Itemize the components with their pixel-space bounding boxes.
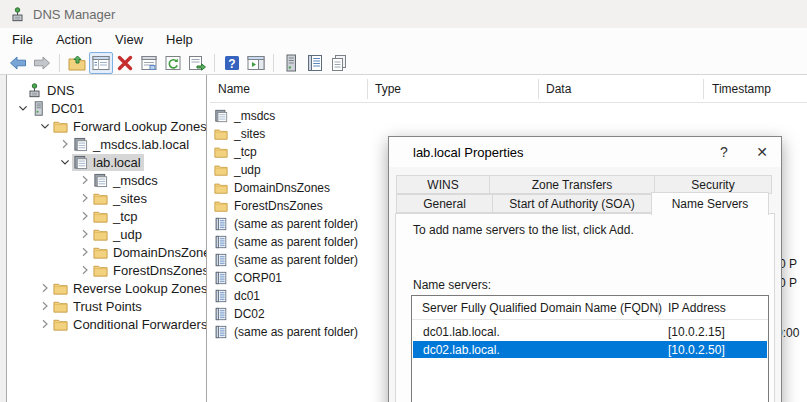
menu-file[interactable]: File — [12, 30, 33, 49]
title-bar: DNS Manager — [0, 0, 807, 28]
chevron-collapsed-icon[interactable] — [78, 191, 92, 205]
refresh-button[interactable] — [161, 52, 185, 74]
tree-item-sites[interactable]: _sites — [8, 189, 206, 207]
tab-zone-transfers[interactable]: Zone Transfers — [489, 175, 655, 194]
dialog-help-button[interactable]: ? — [713, 142, 735, 162]
export-list-button[interactable] — [185, 52, 209, 74]
properties-window-icon — [139, 53, 159, 73]
chevron-expanded-icon[interactable] — [58, 155, 72, 169]
column-header-timestamp[interactable]: Timestamp — [712, 82, 771, 96]
console-tree-pane: DNS DC01 Forward Lookup Zones _msdcs.lab… — [8, 75, 206, 402]
chevron-placeholder — [12, 83, 26, 97]
record-icon — [214, 307, 228, 321]
console-tree-toggle-button[interactable] — [89, 52, 113, 74]
properties-button[interactable] — [137, 52, 161, 74]
menu-action[interactable]: Action — [56, 30, 92, 49]
ns-column-fqdn[interactable]: Server Fully Qualified Domain Name (FQDN… — [422, 301, 662, 315]
back-button[interactable] — [6, 52, 30, 74]
back-arrow-icon — [8, 53, 28, 73]
folder-icon — [93, 245, 108, 260]
action-pane-toggle-button[interactable] — [244, 52, 268, 74]
delete-x-icon — [115, 53, 135, 73]
tree-item-trust-points[interactable]: Trust Points — [8, 297, 206, 315]
column-separator[interactable] — [703, 79, 704, 99]
list-header: Name Type Data Timestamp — [210, 75, 807, 103]
tree-item-udp[interactable]: _udp — [8, 225, 206, 243]
tree-item-dc01[interactable]: DC01 — [8, 99, 206, 117]
forward-arrow-icon — [32, 53, 52, 73]
column-header-data[interactable]: Data — [546, 82, 571, 96]
chevron-collapsed-icon[interactable] — [78, 173, 92, 187]
tree-item-msdcs[interactable]: _msdcs — [8, 171, 206, 189]
dialog-close-button[interactable]: ✕ — [751, 142, 773, 162]
zone-icon — [73, 155, 88, 170]
chevron-collapsed-icon[interactable] — [78, 227, 92, 241]
dns-manager-window: DNS Manager File Action View Help DNS — [0, 0, 807, 402]
window-left-edge — [0, 75, 7, 402]
column-header-name[interactable]: Name — [218, 82, 250, 96]
column-header-type[interactable]: Type — [375, 82, 401, 96]
tree-item-lab-local[interactable]: lab.local — [8, 153, 206, 171]
name-servers-label: Name servers: — [413, 278, 491, 292]
dns-manager-icon — [10, 7, 25, 22]
chevron-collapsed-icon[interactable] — [78, 209, 92, 223]
server-toolbar-button[interactable] — [279, 52, 303, 74]
folder-icon — [93, 209, 108, 224]
tree-item-dns[interactable]: DNS — [8, 81, 206, 99]
record-icon — [214, 325, 228, 339]
tab-name-servers[interactable]: Name Servers — [651, 192, 769, 215]
record-icon — [214, 217, 228, 231]
name-server-row[interactable]: dc01.lab.local. [10.0.2.15] — [413, 323, 767, 340]
chevron-collapsed-icon[interactable] — [38, 317, 52, 331]
delete-button[interactable] — [113, 52, 137, 74]
chevron-collapsed-icon[interactable] — [78, 263, 92, 277]
tree-item-msdcs-lab-local[interactable]: _msdcs.lab.local — [8, 135, 206, 153]
tree-item-forestdnszones[interactable]: ForestDnsZones — [8, 261, 206, 279]
help-icon — [222, 53, 242, 73]
zone-icon — [73, 137, 88, 152]
zone-icon — [214, 109, 228, 123]
tab-start-of-authority[interactable]: Start of Authority (SOA) — [492, 194, 652, 213]
folder-icon — [53, 299, 68, 314]
tree-item-domaindnszones[interactable]: DomainDnsZones — [8, 243, 206, 261]
name-server-row-selected[interactable]: dc02.lab.local. [10.0.2.50] — [413, 341, 767, 358]
menu-help[interactable]: Help — [166, 30, 193, 49]
chevron-expanded-icon[interactable] — [16, 101, 30, 115]
help-button[interactable] — [220, 52, 244, 74]
column-separator[interactable] — [538, 79, 539, 99]
forward-button[interactable] — [30, 52, 54, 74]
server-icon — [281, 53, 301, 73]
dialog-title: lab.local Properties — [413, 145, 524, 160]
chevron-expanded-icon[interactable] — [38, 119, 52, 133]
tab-wins[interactable]: WINS — [396, 175, 490, 194]
chevron-collapsed-icon[interactable] — [58, 137, 72, 151]
folder-icon — [53, 281, 68, 296]
toolbar — [0, 51, 807, 75]
copy-toolbar-button[interactable] — [327, 52, 351, 74]
up-one-level-button[interactable] — [65, 52, 89, 74]
column-separator[interactable] — [367, 79, 368, 99]
chevron-collapsed-icon[interactable] — [38, 299, 52, 313]
record-icon — [214, 253, 228, 267]
lab-local-properties-dialog: lab.local Properties ? ✕ WINS Zone Trans… — [388, 136, 782, 402]
zone-icon — [93, 173, 108, 188]
tree-item-forward-lookup-zones[interactable]: Forward Lookup Zones — [8, 117, 206, 135]
chevron-collapsed-icon[interactable] — [38, 281, 52, 295]
folder-icon — [53, 119, 68, 134]
tab-general[interactable]: General — [396, 194, 493, 213]
tree-item-conditional-forwarders[interactable]: Conditional Forwarders — [8, 315, 206, 333]
pane-divider[interactable] — [206, 75, 207, 402]
dns-root-icon — [27, 83, 42, 98]
ns-column-ip[interactable]: IP Address — [668, 301, 726, 315]
window-title: DNS Manager — [33, 7, 115, 22]
folder-icon — [214, 181, 228, 195]
record-icon — [214, 271, 228, 285]
tree-item-tcp[interactable]: _tcp — [8, 207, 206, 225]
ns-column-separator[interactable] — [658, 299, 659, 317]
record-list-toolbar-button[interactable] — [303, 52, 327, 74]
chevron-collapsed-icon[interactable] — [78, 245, 92, 259]
tree-item-reverse-lookup-zones[interactable]: Reverse Lookup Zones — [8, 279, 206, 297]
list-row[interactable]: _msdcs — [210, 107, 807, 125]
toolbar-separator — [59, 54, 60, 72]
menu-view[interactable]: View — [115, 30, 143, 49]
